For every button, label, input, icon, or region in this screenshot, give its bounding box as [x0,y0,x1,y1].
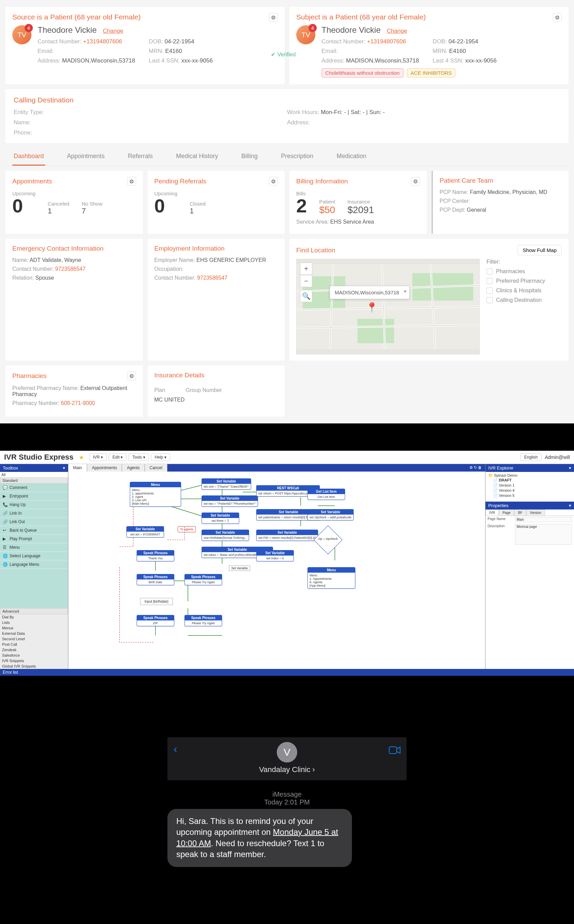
tool-backqueue[interactable]: ↩Back to Queue [0,526,68,535]
canvas-tab-tools[interactable]: ⚙ ↻ 🗑 [466,464,485,471]
description-input[interactable]: Minimal page [515,524,572,545]
change-link[interactable]: Change [103,28,123,35]
input-node[interactable]: Input [birthdate] [140,598,173,605]
flow-canvas[interactable]: MenuMenu 1. appointments 2. Agent 3. Liv… [68,471,485,669]
tab-medication[interactable]: Medication [335,148,367,166]
contact-value[interactable]: +13194807606 [83,38,122,45]
error-list-panel[interactable]: Error list [0,669,574,676]
canvas-tab-cancel[interactable]: Cancel [145,464,167,471]
prop-tab-bf[interactable]: BF [514,509,526,515]
adv-item[interactable]: IVR Snippets [0,658,68,663]
tab-appointments[interactable]: Appointments [66,148,106,166]
adv-item[interactable]: Global IVR Snippets [0,663,68,669]
avatar[interactable]: TV 4 [12,25,32,44]
tool-linkout[interactable]: 🔗Link Out [0,518,68,526]
menu-ivr[interactable]: IVR ▾ [89,453,107,461]
tool-langmenu[interactable]: 🌐Language Menu [0,560,68,569]
zoom-out-button[interactable]: − [300,275,312,287]
tab-referrals[interactable]: Referrals [126,148,154,166]
speak-phrases-node[interactable]: Speak PhrasesBirth Date [137,574,174,585]
set-variable-node[interactable]: Set Variableset zipcheck = addl.postalco… [308,509,354,520]
tool-selectlang[interactable]: 🌐Select Language [0,552,68,560]
checkbox[interactable] [487,297,493,303]
tree-item[interactable]: 📄 Version 5 [488,493,571,498]
adv-item[interactable]: External Data [0,631,68,636]
gear-icon[interactable]: ⚙ [127,371,136,380]
speak-phrases-node[interactable]: Speak PhrasesPlease Try Again [184,615,222,626]
tool-playprompt[interactable]: ▶Play Prompt [0,535,68,543]
adv-item[interactable]: Dial By [0,614,68,620]
menu-node[interactable]: MenuMenu 1. appointments 2. Agent 3. Liv… [130,482,181,507]
diagnosis-tag[interactable]: Cholelithiasis without obstruction [322,68,404,77]
tool-hangup[interactable]: 📞Hang Up [0,501,68,509]
set-variable-node[interactable]: Set Variableset index = 0 [256,550,294,561]
set-variable-node[interactable]: Set Variableset PID = return results[0].… [256,530,318,541]
prop-tab-ivr[interactable]: IVR [486,509,499,515]
adv-item[interactable]: Menus [0,625,68,631]
contact-value[interactable]: +13194807606 [367,38,406,45]
tab-prescription[interactable]: Prescription [279,148,315,166]
gear-icon[interactable]: ⚙ [127,177,136,186]
language-select[interactable]: English [520,453,541,461]
tool-linkin[interactable]: 🔗Link In [0,509,68,518]
collapse-icon[interactable]: ▾ [63,465,65,471]
contact-avatar[interactable]: V [277,742,297,762]
canvas-tab-appointments[interactable]: Appointments [87,464,122,471]
gear-icon[interactable]: ⚙ [553,13,562,22]
menu-help[interactable]: Help ▾ [151,453,170,461]
checkbox[interactable] [487,278,493,284]
toolbox-tab-all[interactable]: All [0,472,68,478]
checkbox[interactable] [487,288,493,294]
collapse-icon[interactable]: ▾ [569,503,571,508]
speak-phrases-node[interactable]: Speak PhrasesPlease Try Again [184,574,222,585]
video-call-icon[interactable] [389,745,401,756]
show-full-map-button[interactable]: Show Full Map [518,245,562,255]
get-list-item-node[interactable]: Get List ItemGet List Item [308,489,345,500]
menu-edit[interactable]: Edit ▾ [109,453,126,461]
search-icon[interactable]: 🔍 [300,290,312,302]
speak-phrases-node[interactable]: Speak PhrasesZIP [137,615,174,626]
menu-tools[interactable]: Tools ▾ [128,453,149,461]
tab-billing[interactable]: Billing [240,148,259,166]
tool-menu[interactable]: ☰Menu [0,543,68,552]
set-variable-node[interactable]: Set Variableset three = '}' [202,512,239,524]
menu-node[interactable]: MenuMenu 1. Appointments 8. Agents [App … [308,567,355,589]
collapse-icon[interactable]: ▾ [569,465,571,471]
set-variable-button[interactable]: Set Variable [229,566,250,571]
canvas-tab-main[interactable]: Main [68,464,87,471]
toolbox-group-standard[interactable]: Standard [0,478,68,484]
toolbox-group-advanced[interactable]: Advanced [0,608,68,614]
checkbox[interactable] [487,269,493,275]
gear-icon[interactable]: ⚙ [269,13,278,22]
gear-icon[interactable]: ⚙ [269,177,278,186]
adv-item[interactable]: Lists [0,620,68,625]
tool-comment[interactable]: 💬Comment [0,484,68,492]
tool-entrypoint[interactable]: ▶Entrypoint [0,492,68,501]
page-name-input[interactable]: Main [515,517,572,522]
speak-phrases-node[interactable]: Speak PhrasesThank You [137,550,174,561]
back-button[interactable]: ‹ [173,743,177,755]
tab-dashboard[interactable]: Dashboard [12,148,45,166]
canvas-tab-agents[interactable]: Agents [122,464,145,471]
adv-item[interactable]: Second Level [0,636,68,642]
prop-tab-version[interactable]: Version [526,509,545,515]
zoom-in-button[interactable]: + [300,262,312,275]
set-variable-node[interactable]: Set Variableone+birthdate(format.ToStrin… [202,530,249,541]
gear-icon[interactable]: ⚙ [411,177,420,186]
tab-medical-history[interactable]: Medical History [175,148,219,166]
set-variable-node[interactable]: Set Variableset ani = 9723586547 [126,526,164,537]
contact-name[interactable]: Vandalay Clinic › [259,765,315,774]
adv-item[interactable]: Zendesk [0,647,68,652]
set-variable-node[interactable]: Set Variableset two = '"PatientID":"Phon… [202,495,258,507]
set-variable-node[interactable]: Set Variableset one = '{"Name":"DateOfBi… [202,478,251,490]
change-link[interactable]: Change [387,28,407,35]
tree-item[interactable]: 📄 Version 1 [488,483,571,488]
tree-item[interactable]: 📄 DRAFT [488,478,571,483]
avatar[interactable]: TV 4 [296,25,315,44]
map[interactable]: + − 🔍 MADISON,Wisconsin,53718× 📍 [296,259,480,354]
adv-item[interactable]: Salesforce [0,652,68,658]
star-icon[interactable]: ★ [79,454,84,460]
adv-item[interactable]: Post Call [0,642,68,647]
tree-root[interactable]: 📁 Spinazi Demo [488,473,571,478]
link-out-node[interactable]: To agents [178,526,196,532]
